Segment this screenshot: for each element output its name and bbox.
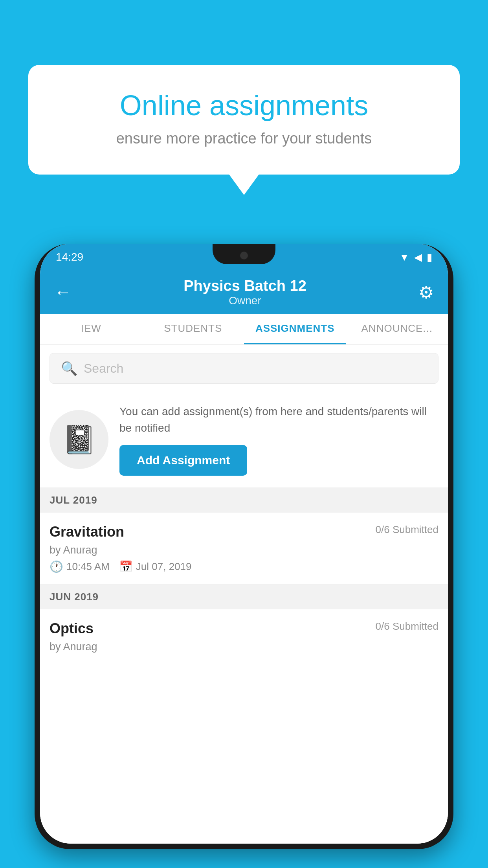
notebook-icon: 📓 (62, 423, 96, 456)
back-button[interactable]: ← (54, 282, 72, 302)
tab-iew[interactable]: IEW (40, 314, 142, 344)
search-placeholder: Search (84, 361, 123, 376)
phone-screen: 14:29 ▼ ◀ ▮ ← Physics Batch 12 (40, 244, 448, 844)
assignment-top-row: Gravitation 0/6 Submitted (50, 524, 438, 540)
app-header: ← Physics Batch 12 Owner ⚙ (40, 270, 448, 314)
assignment-date-value: Jul 07, 2019 (136, 561, 192, 573)
assignment-time: 🕐 10:45 AM (50, 560, 110, 573)
batch-role: Owner (183, 294, 306, 307)
content-area: 🔍 Search 📓 You can add assignment(s) fro… (40, 345, 448, 844)
assignment-name-optics: Optics (50, 620, 94, 637)
header-title-group: Physics Batch 12 Owner (183, 278, 306, 307)
assignment-date: 📅 Jul 07, 2019 (119, 560, 192, 573)
assignment-time-value: 10:45 AM (66, 561, 110, 573)
clock-icon: 🕐 (50, 560, 63, 573)
status-bar: 14:29 ▼ ◀ ▮ (40, 244, 448, 270)
search-bar-container: 🔍 Search (40, 345, 448, 392)
bubble-title: Online assignments (56, 88, 432, 122)
bubble-subtitle: ensure more practice for your students (56, 130, 432, 147)
assignment-author-gravitation: by Anurag (50, 544, 438, 556)
tab-announcements[interactable]: ANNOUNCE... (346, 314, 448, 344)
assignment-submitted-optics: 0/6 Submitted (376, 620, 438, 633)
promo-description: You can add assignment(s) from here and … (119, 403, 438, 436)
status-time: 14:29 (56, 251, 83, 263)
search-bar[interactable]: 🔍 Search (50, 353, 438, 384)
promo-card: 📓 You can add assignment(s) from here an… (40, 392, 448, 488)
batch-title: Physics Batch 12 (183, 278, 306, 294)
assignment-top-row-optics: Optics 0/6 Submitted (50, 620, 438, 637)
promo-text-area: You can add assignment(s) from here and … (119, 403, 438, 476)
phone-frame: 14:29 ▼ ◀ ▮ ← Physics Batch 12 (35, 244, 453, 849)
status-icons: ▼ ◀ ▮ (399, 251, 432, 263)
front-camera (240, 252, 248, 259)
assignment-optics[interactable]: Optics 0/6 Submitted by Anurag (40, 609, 448, 668)
signal-icon: ◀ (414, 251, 422, 263)
search-icon: 🔍 (61, 360, 77, 376)
phone-notch (213, 244, 275, 264)
section-jun-2019: JUN 2019 (40, 585, 448, 609)
tab-assignments[interactable]: ASSIGNMENTS (244, 314, 346, 344)
calendar-icon: 📅 (119, 560, 133, 573)
add-assignment-button[interactable]: Add Assignment (119, 445, 247, 476)
settings-gear-icon[interactable]: ⚙ (418, 282, 434, 302)
phone-container: 14:29 ▼ ◀ ▮ ← Physics Batch 12 (35, 244, 453, 868)
assignment-name-gravitation: Gravitation (50, 524, 124, 540)
speech-bubble-card: Online assignments ensure more practice … (28, 65, 460, 175)
assignment-gravitation[interactable]: Gravitation 0/6 Submitted by Anurag 🕐 10… (40, 513, 448, 585)
tab-students[interactable]: STUDENTS (142, 314, 244, 344)
assignment-submitted-gravitation: 0/6 Submitted (376, 524, 438, 536)
assignment-icon-circle: 📓 (50, 410, 108, 469)
section-jul-2019: JUL 2019 (40, 488, 448, 513)
wifi-icon: ▼ (399, 251, 409, 263)
assignment-meta-gravitation: 🕐 10:45 AM 📅 Jul 07, 2019 (50, 560, 438, 573)
battery-icon: ▮ (427, 251, 432, 263)
assignment-author-optics: by Anurag (50, 641, 438, 653)
screen-content: 14:29 ▼ ◀ ▮ ← Physics Batch 12 (40, 244, 448, 844)
tabs-bar: IEW STUDENTS ASSIGNMENTS ANNOUNCE... (40, 314, 448, 345)
